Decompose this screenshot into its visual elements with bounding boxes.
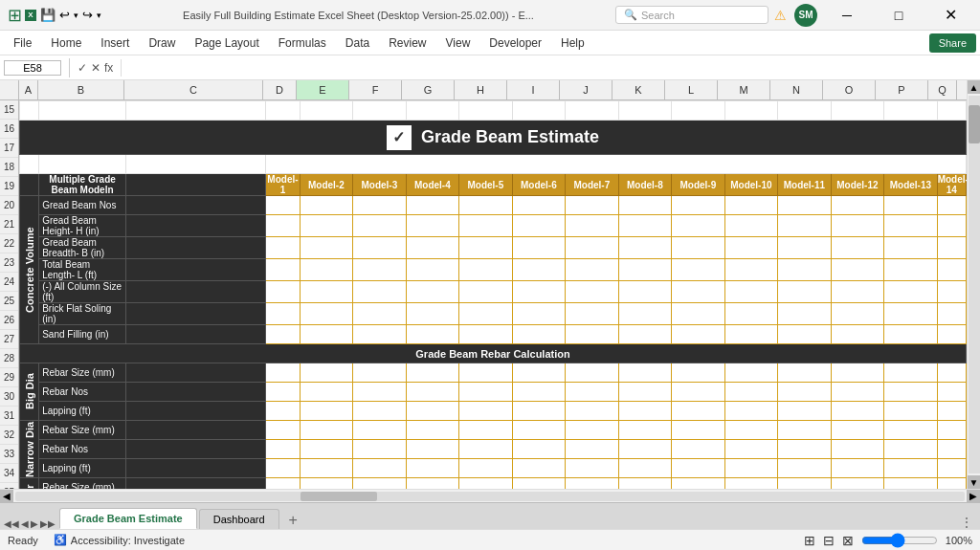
col-header-N[interactable]: N [770, 80, 823, 99]
data-cell[interactable] [724, 478, 778, 490]
data-cell[interactable] [566, 363, 619, 383]
data-cell[interactable] [300, 383, 353, 402]
data-cell[interactable] [724, 196, 778, 215]
col-header-G[interactable]: G [402, 80, 455, 99]
data-cell[interactable] [937, 440, 966, 459]
formula-input[interactable] [121, 59, 976, 77]
data-cell[interactable] [618, 440, 672, 459]
data-cell[interactable] [778, 196, 832, 215]
data-cell[interactable] [300, 281, 353, 303]
redo-icon[interactable]: ↪ [82, 8, 93, 22]
data-cell[interactable] [831, 259, 884, 281]
data-cell[interactable] [266, 402, 300, 421]
data-cell[interactable] [778, 363, 832, 383]
data-cell[interactable] [618, 281, 672, 303]
data-cell[interactable] [406, 440, 459, 459]
data-cell[interactable] [566, 459, 619, 478]
data-cell[interactable] [406, 402, 459, 421]
scroll-down-button[interactable]: ▼ [968, 475, 981, 489]
menu-draw[interactable]: Draw [139, 33, 185, 54]
col-header-I[interactable]: I [507, 80, 560, 99]
menu-help[interactable]: Help [551, 33, 594, 54]
data-cell[interactable] [618, 478, 672, 490]
menu-data[interactable]: Data [336, 33, 379, 54]
col-header-J[interactable]: J [560, 80, 612, 99]
menu-page-layout[interactable]: Page Layout [185, 33, 268, 54]
data-cell[interactable] [937, 325, 966, 344]
scroll-thumb[interactable] [969, 105, 980, 143]
col-header-K[interactable]: K [612, 80, 665, 99]
data-cell[interactable] [266, 459, 300, 478]
data-cell[interactable] [672, 363, 725, 383]
data-cell[interactable] [884, 215, 938, 237]
data-cell[interactable] [831, 383, 884, 402]
data-cell[interactable] [512, 259, 566, 281]
data-cell[interactable] [406, 478, 459, 490]
data-cell[interactable] [353, 303, 407, 325]
data-cell[interactable] [406, 196, 459, 215]
data-cell[interactable] [778, 259, 832, 281]
data-cell[interactable] [778, 459, 832, 478]
menu-insert[interactable]: Insert [91, 33, 139, 54]
data-cell[interactable] [618, 383, 672, 402]
h-scroll-thumb[interactable] [301, 492, 377, 501]
menu-review[interactable]: Review [379, 33, 435, 54]
data-cell[interactable] [672, 459, 725, 478]
data-cell[interactable] [724, 303, 778, 325]
data-cell[interactable] [672, 325, 725, 344]
data-cell[interactable] [566, 383, 619, 402]
data-cell[interactable] [618, 303, 672, 325]
data-cell[interactable] [300, 259, 353, 281]
data-cell[interactable] [672, 303, 725, 325]
col-header-D[interactable]: D [263, 80, 297, 99]
scroll-right-button[interactable]: ▶ [967, 490, 980, 503]
data-cell[interactable] [937, 478, 966, 490]
data-cell[interactable] [566, 237, 619, 259]
data-cell[interactable] [672, 421, 725, 440]
data-cell[interactable] [459, 421, 513, 440]
maximize-button[interactable]: □ [877, 0, 921, 31]
menu-home[interactable]: Home [41, 33, 91, 54]
vertical-scrollbar[interactable]: ▲ ▼ [967, 80, 980, 489]
data-cell[interactable] [831, 478, 884, 490]
col-header-A[interactable]: A [19, 80, 38, 99]
data-cell[interactable] [459, 459, 513, 478]
data-cell[interactable] [831, 363, 884, 383]
data-cell[interactable] [937, 421, 966, 440]
data-cell[interactable] [672, 281, 725, 303]
data-cell[interactable] [300, 421, 353, 440]
data-cell[interactable] [618, 325, 672, 344]
data-cell[interactable] [831, 421, 884, 440]
tab-dashboard[interactable]: Dashboard [199, 509, 279, 529]
sheet-nav-first[interactable]: ◀◀ [4, 518, 19, 529]
data-cell[interactable] [300, 325, 353, 344]
data-cell[interactable] [266, 363, 300, 383]
data-cell[interactable] [406, 281, 459, 303]
data-cell[interactable] [831, 303, 884, 325]
data-cell[interactable] [353, 363, 407, 383]
data-cell[interactable] [937, 363, 966, 383]
data-cell[interactable] [937, 215, 966, 237]
data-cell[interactable] [512, 478, 566, 490]
data-cell[interactable] [724, 325, 778, 344]
data-cell[interactable] [512, 363, 566, 383]
col-header-F[interactable]: F [349, 80, 402, 99]
data-cell[interactable] [937, 196, 966, 215]
scroll-left-button[interactable]: ◀ [0, 490, 13, 503]
data-cell[interactable] [353, 440, 407, 459]
data-cell[interactable] [459, 402, 513, 421]
sheet-nav-next[interactable]: ▶ [31, 518, 38, 529]
data-cell[interactable] [512, 303, 566, 325]
data-cell[interactable] [512, 215, 566, 237]
data-cell[interactable] [831, 215, 884, 237]
data-cell[interactable] [300, 303, 353, 325]
data-cell[interactable] [353, 215, 407, 237]
data-cell[interactable] [300, 196, 353, 215]
data-cell[interactable] [884, 281, 938, 303]
data-cell[interactable] [672, 215, 725, 237]
data-cell[interactable] [672, 402, 725, 421]
data-cell[interactable] [618, 363, 672, 383]
data-cell[interactable] [884, 363, 938, 383]
data-cell[interactable] [353, 196, 407, 215]
col-header-M[interactable]: M [718, 80, 770, 99]
